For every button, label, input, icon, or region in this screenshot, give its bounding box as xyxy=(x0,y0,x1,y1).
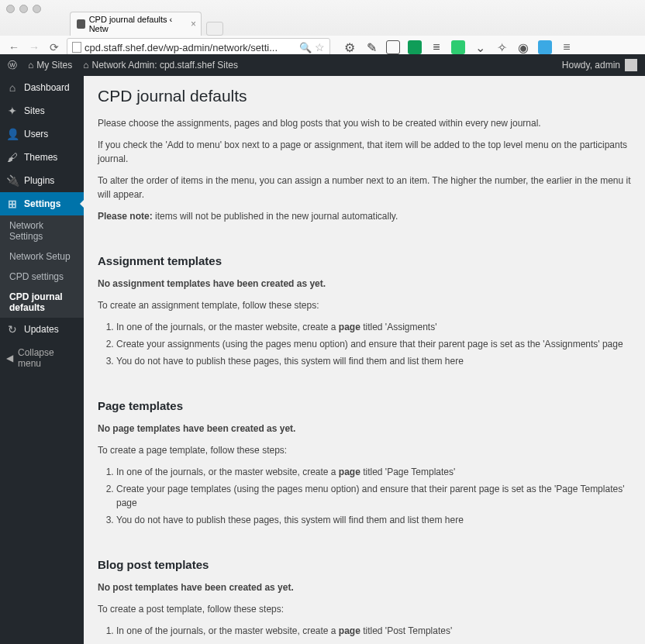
steps-list: In one of the journals, or the master we… xyxy=(116,465,631,527)
dashboard-icon: ⌂ xyxy=(6,81,19,94)
todo-icon[interactable] xyxy=(451,40,465,54)
avatar[interactable] xyxy=(625,59,637,71)
submenu-network-setup[interactable]: Network Setup xyxy=(0,246,84,267)
new-tab-button[interactable] xyxy=(206,22,223,36)
intro-text: Please choose the assignments, pages and… xyxy=(98,116,631,130)
section-heading: Blog post templates xyxy=(98,558,631,571)
steps-list: In one of the journals, or the master we… xyxy=(116,320,631,368)
pinboard-icon[interactable]: ✧ xyxy=(495,40,509,54)
search-icon[interactable]: 🔍 xyxy=(299,42,312,53)
minimize-window-icon[interactable] xyxy=(19,5,28,13)
step-item: You do not have to publish these pages, … xyxy=(116,513,631,527)
settings-submenu: Network Settings Network Setup CPD setti… xyxy=(0,215,84,318)
menu-icon[interactable]: ≡ xyxy=(560,40,574,54)
browser-tab[interactable]: CPD journal defaults ‹ Netw × xyxy=(70,12,202,36)
sidebar-item-dashboard[interactable]: ⌂Dashboard xyxy=(0,76,84,99)
submenu-network-settings[interactable]: Network Settings xyxy=(0,215,84,246)
close-tab-icon[interactable]: × xyxy=(191,19,196,29)
section-heading: Assignment templates xyxy=(98,254,631,267)
intro-text: To alter the order of items in the menu,… xyxy=(98,174,631,201)
submenu-cpd-settings[interactable]: CPD settings xyxy=(0,267,84,287)
wp-logo-icon[interactable]: ⓦ xyxy=(8,59,17,72)
tab-bar: CPD journal defaults ‹ Netw × xyxy=(0,17,645,36)
sidebar-item-plugins[interactable]: 🔌Plugins xyxy=(0,169,84,192)
users-icon: 👤 xyxy=(6,128,19,140)
sidebar-item-themes[interactable]: 🖌Themes xyxy=(0,146,84,169)
plugins-icon: 🔌 xyxy=(6,174,19,187)
buffer-icon[interactable]: ≡ xyxy=(429,40,443,54)
screenshot-icon[interactable] xyxy=(538,40,552,54)
howto-text: To create a page template, follow these … xyxy=(98,443,631,457)
wp-admin: ⓦ ⌂ My Sites ⌂ Network Admin: cpd.staff.… xyxy=(0,54,645,644)
howdy-link[interactable]: Howdy, admin xyxy=(562,60,620,71)
url-text: cpd.staff.shef.dev/wp-admin/network/sett… xyxy=(85,42,296,53)
collapse-menu-button[interactable]: ◀Collapse menu xyxy=(0,341,84,375)
step-item: In one of the journals, or the master we… xyxy=(116,320,631,334)
step-item: You do not have to publish these pages, … xyxy=(116,354,631,368)
back-button[interactable]: ← xyxy=(6,40,22,55)
sidebar-item-sites[interactable]: ✦Sites xyxy=(0,99,84,122)
hangouts-icon[interactable] xyxy=(408,40,422,54)
sidebar-item-users[interactable]: 👤Users xyxy=(0,122,84,146)
admin-sidebar: ⌂Dashboard ✦Sites 👤Users 🖌Themes 🔌Plugin… xyxy=(0,76,84,644)
updates-icon: ↻ xyxy=(6,323,19,336)
step-item: Create your page templates (using the pa… xyxy=(116,641,631,644)
sidebar-item-updates[interactable]: ↻Updates xyxy=(0,318,84,341)
maximize-window-icon[interactable] xyxy=(33,5,41,13)
themes-icon: 🖌 xyxy=(6,151,19,164)
tab-title: CPD journal defaults ‹ Netw xyxy=(89,15,182,33)
my-sites-link[interactable]: ⌂ My Sites xyxy=(28,60,72,71)
step-item: Create your page templates (using the pa… xyxy=(116,482,631,510)
reload-button[interactable]: ⟳ xyxy=(47,40,62,55)
page-icon xyxy=(72,42,81,53)
collapse-icon: ◀ xyxy=(6,353,13,363)
step-item: In one of the journals, or the master we… xyxy=(116,465,631,479)
extension-icons: ⚙ ✎ ≡ ⌄ ✧ ◉ ≡ xyxy=(343,40,574,54)
note-text: Please note: items will not be published… xyxy=(98,209,631,223)
wand-icon[interactable]: ✎ xyxy=(364,40,378,54)
gear-icon[interactable]: ⚙ xyxy=(343,40,357,54)
step-item: In one of the journals, or the master we… xyxy=(116,624,631,638)
close-window-icon[interactable] xyxy=(6,5,15,13)
howto-text: To create an assignment template, follow… xyxy=(98,298,631,312)
steps-list: In one of the journals, or the master we… xyxy=(116,624,631,644)
forward-button[interactable]: → xyxy=(26,40,42,55)
pocket-icon[interactable]: ⌄ xyxy=(473,40,487,54)
network-admin-link[interactable]: ⌂ Network Admin: cpd.staff.shef Sites xyxy=(83,60,238,71)
evernote-icon[interactable]: ◉ xyxy=(516,40,530,54)
step-item: Create your assignments (using the pages… xyxy=(116,337,631,351)
empty-message: No page templates have been created as y… xyxy=(98,422,631,436)
cast-icon[interactable] xyxy=(386,40,400,54)
page-title: CPD journal defaults xyxy=(98,87,631,105)
browser-chrome: CPD journal defaults ‹ Netw × ← → ⟳ cpd.… xyxy=(0,0,645,54)
sidebar-item-settings[interactable]: ⊞Settings xyxy=(0,192,84,215)
submenu-cpd-journal-defaults[interactable]: CPD journal defaults xyxy=(0,287,84,318)
settings-icon: ⊞ xyxy=(6,198,19,210)
howto-text: To create a post template, follow these … xyxy=(98,602,631,616)
content-area: CPD journal defaults Please choose the a… xyxy=(84,76,645,644)
empty-message: No post templates have been created as y… xyxy=(98,580,631,594)
bookmark-icon[interactable]: ☆ xyxy=(315,41,325,53)
admin-bar: ⓦ ⌂ My Sites ⌂ Network Admin: cpd.staff.… xyxy=(0,54,645,76)
sites-icon: ✦ xyxy=(6,105,19,117)
favicon-icon xyxy=(77,19,85,29)
intro-text: If you check the 'Add to menu' box next … xyxy=(98,138,631,166)
section-heading: Page templates xyxy=(98,399,631,412)
empty-message: No assignment templates have been create… xyxy=(98,277,631,291)
